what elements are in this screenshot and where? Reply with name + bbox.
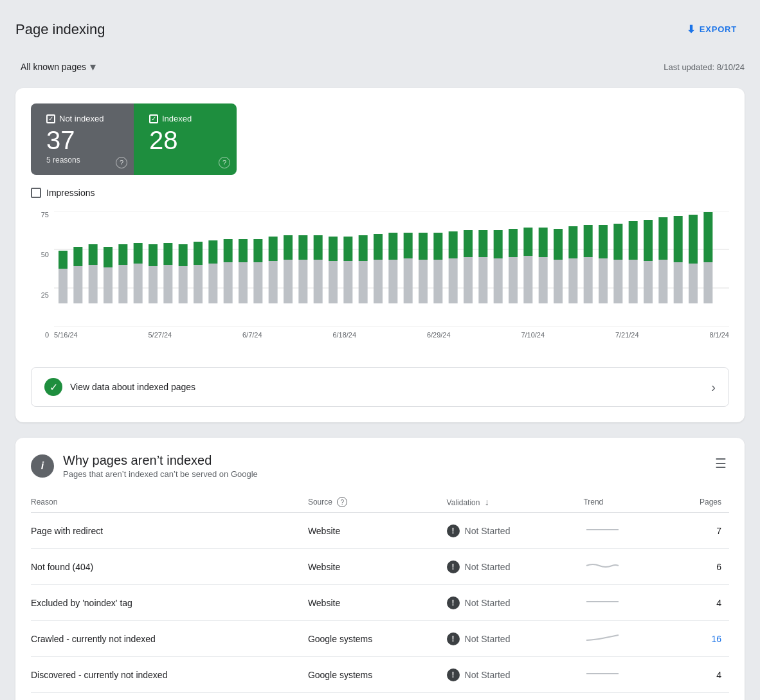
svg-rect-72	[568, 258, 577, 303]
svg-rect-32	[269, 261, 278, 303]
reason-cell[interactable]: Page with redirect	[31, 513, 308, 549]
section-title: Why pages aren’t indexed	[63, 453, 258, 468]
indexing-chart: 75 50 25 0	[31, 206, 729, 359]
svg-rect-86	[674, 262, 683, 303]
svg-rect-24	[208, 264, 217, 303]
source-help-icon[interactable]: ?	[337, 497, 347, 507]
sort-icon: ↓	[485, 497, 489, 507]
svg-rect-48	[388, 260, 397, 303]
indexed-checkbox: ✓	[149, 114, 158, 123]
reason-column-header: Reason	[31, 492, 308, 513]
warning-icon: !	[447, 525, 460, 537]
svg-rect-50	[404, 258, 413, 303]
svg-rect-65	[509, 229, 518, 257]
svg-rect-70	[554, 260, 563, 303]
svg-rect-43	[343, 237, 352, 261]
reason-cell[interactable]: Not found (404)	[31, 549, 308, 585]
svg-rect-47	[374, 234, 383, 260]
svg-rect-55	[433, 233, 442, 260]
table-row: Page with redirect Website ! Not Started…	[31, 513, 729, 549]
svg-rect-62	[494, 258, 503, 303]
export-button[interactable]: ⬇ EXPORT	[679, 18, 745, 40]
validation-status: Not Started	[465, 526, 511, 536]
section-subtitle: Pages that aren’t indexed can’t be serve…	[63, 469, 258, 479]
svg-rect-27	[224, 239, 233, 262]
table-row: Crawled - currently not indexed Google s…	[31, 621, 729, 657]
stats-row: ✓ Not indexed 37 5 reasons ? ✓ Indexed 2…	[31, 103, 729, 175]
svg-rect-58	[464, 257, 473, 303]
svg-rect-7	[73, 247, 82, 266]
bar-chart-svg	[54, 211, 729, 327]
impressions-checkbox[interactable]	[31, 188, 41, 198]
warning-icon: !	[447, 561, 460, 573]
svg-rect-19	[163, 243, 172, 265]
svg-rect-4	[59, 269, 68, 303]
warning-icon: !	[447, 669, 460, 681]
svg-rect-69	[539, 228, 548, 257]
svg-rect-51	[404, 233, 413, 258]
table-row: Discovered - currently not indexed Googl…	[31, 657, 729, 693]
svg-rect-88	[689, 264, 698, 303]
svg-rect-67	[523, 228, 532, 256]
x-axis-labels: 5/16/24 5/27/24 6/7/24 6/18/24 6/29/24 7…	[54, 328, 729, 339]
svg-rect-61	[478, 230, 487, 257]
source-cell: Website	[308, 585, 447, 621]
pages-count-cell: 6	[673, 549, 729, 585]
impressions-label[interactable]: Impressions	[46, 188, 95, 198]
impressions-row: Impressions	[31, 188, 729, 198]
indexing-reasons-table: Reason Source ? Validation ↓ Trend Pages	[31, 492, 729, 693]
reason-cell[interactable]: Crawled - currently not indexed	[31, 621, 308, 657]
not-indexed-help-icon[interactable]: ?	[116, 157, 127, 168]
validation-status: Not Started	[465, 562, 511, 572]
svg-rect-13	[118, 244, 127, 265]
svg-rect-78	[613, 260, 622, 303]
svg-rect-38	[314, 260, 323, 303]
svg-rect-54	[433, 260, 442, 303]
validation-status: Not Started	[465, 670, 511, 680]
pagination-row: Rows per page: 10 ▾ 1-5 of 5 ‹ ›	[31, 693, 729, 700]
svg-rect-45	[359, 235, 368, 261]
section-header: i Why pages aren’t indexed Pages that ar…	[31, 453, 729, 479]
indexed-help-icon[interactable]: ?	[219, 157, 230, 168]
svg-rect-82	[644, 261, 653, 303]
filter-table-button[interactable]: ☰	[712, 453, 729, 474]
svg-rect-11	[104, 247, 113, 267]
validation-status: Not Started	[465, 634, 511, 644]
svg-rect-35	[284, 235, 293, 260]
table-row: Excluded by 'noindex' tag Website ! Not …	[31, 585, 729, 621]
svg-rect-37	[298, 235, 307, 260]
validation-status: Not Started	[465, 598, 511, 608]
trend-cell	[583, 513, 672, 549]
svg-rect-76	[599, 258, 608, 303]
svg-rect-31	[253, 239, 262, 262]
svg-rect-84	[658, 260, 667, 303]
pages-filter-dropdown[interactable]: All known pages ▾	[15, 56, 101, 78]
svg-rect-74	[584, 257, 593, 303]
svg-rect-46	[374, 260, 383, 303]
trend-cell	[583, 621, 672, 657]
svg-rect-14	[134, 264, 143, 303]
reason-cell[interactable]: Excluded by 'noindex' tag	[31, 585, 308, 621]
svg-rect-17	[149, 244, 158, 266]
svg-rect-30	[253, 262, 262, 303]
trend-column-header: Trend	[583, 492, 672, 513]
svg-rect-91	[703, 212, 712, 262]
reason-cell[interactable]: Discovered - currently not indexed	[31, 657, 308, 693]
svg-rect-68	[539, 257, 548, 303]
view-indexed-pages-btn[interactable]: ✓ View data about indexed pages ›	[31, 367, 729, 407]
pages-column-header: Pages	[673, 492, 729, 513]
svg-rect-29	[239, 239, 248, 262]
page-title: Page indexing	[15, 21, 105, 38]
svg-rect-23	[194, 242, 203, 265]
svg-rect-18	[163, 265, 172, 303]
svg-rect-42	[343, 261, 352, 303]
why-not-indexed-card: i Why pages aren’t indexed Pages that ar…	[15, 438, 745, 700]
svg-rect-12	[118, 265, 127, 303]
table-row: Not found (404) Website ! Not Started 6	[31, 549, 729, 585]
validation-cell: ! Not Started	[447, 657, 584, 693]
svg-rect-41	[329, 237, 338, 261]
pages-count-cell: 4	[673, 585, 729, 621]
svg-rect-52	[419, 260, 428, 303]
svg-rect-39	[314, 235, 323, 260]
svg-rect-81	[629, 221, 638, 260]
